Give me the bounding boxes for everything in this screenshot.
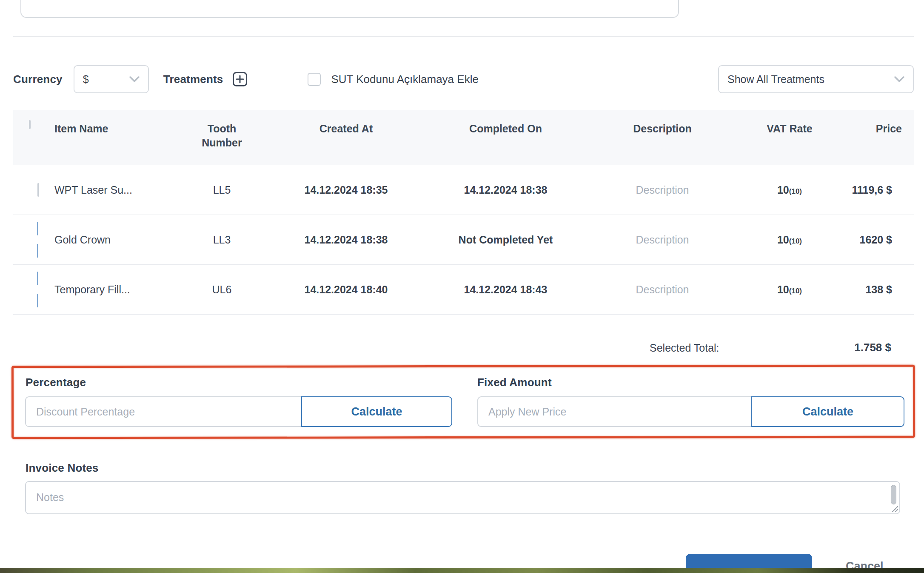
header-description: Description: [585, 110, 739, 165]
cell-description-input[interactable]: Description: [585, 284, 739, 296]
invoice-notes-label: Invoice Notes: [26, 461, 99, 475]
percentage-calculate-button[interactable]: Calculate: [301, 396, 452, 427]
table-row: Gold Crown LL3 14.12.2024 18:38 Not Comp…: [13, 215, 914, 265]
cell-created-at: 14.12.2024 18:40: [266, 284, 426, 296]
fixed-amount-group: Calculate: [477, 396, 904, 427]
cell-description-input[interactable]: Description: [585, 184, 739, 196]
cell-price: 1620 $: [840, 234, 914, 246]
fixed-amount-label: Fixed Amount: [477, 376, 552, 389]
show-all-treatments-select[interactable]: Show All Treatments: [718, 65, 914, 93]
invoice-modal: Currency $ Treatments SUT Kodunu Açıklam…: [0, 0, 924, 573]
cell-item-name: Temporary Fill...: [50, 284, 177, 296]
discount-percentage-input[interactable]: [25, 396, 302, 427]
cell-completed-on: 14.12.2024 18:43: [426, 284, 585, 296]
row-checkbox[interactable]: [37, 183, 39, 197]
notes-resize-handle[interactable]: [891, 505, 898, 512]
header-vat-rate: VAT Rate: [739, 110, 840, 165]
percentage-group: Calculate: [25, 396, 452, 427]
cell-vat-rate: 10(10): [739, 184, 840, 196]
percentage-label: Percentage: [26, 376, 86, 389]
selected-total-value: 1.758 $: [854, 341, 891, 354]
cell-tooth-number: UL6: [177, 284, 266, 296]
cell-item-name: Gold Crown: [50, 234, 177, 246]
invoice-notes-textarea[interactable]: Notes: [25, 481, 900, 514]
header-price: Price: [840, 110, 914, 165]
notes-placeholder: Notes: [36, 491, 64, 504]
apply-new-price-input[interactable]: [477, 396, 752, 427]
notes-scrollbar-thumb[interactable]: [891, 485, 896, 504]
invoice-toolbar: Currency $ Treatments SUT Kodunu Açıklam…: [13, 65, 914, 94]
show-all-treatments-value: Show All Treatments: [727, 73, 824, 86]
cell-completed-on: 14.12.2024 18:38: [426, 184, 585, 196]
chevron-down-icon: [894, 76, 904, 83]
fixed-calculate-button[interactable]: Calculate: [751, 396, 904, 427]
currency-label: Currency: [13, 73, 63, 86]
treatments-table: Item Name Tooth Number Created At Comple…: [13, 110, 914, 315]
currency-select[interactable]: $: [74, 65, 149, 93]
background-photo-strip: [0, 568, 924, 573]
table-row: Temporary Fill... UL6 14.12.2024 18:40 1…: [13, 265, 914, 315]
add-treatment-button[interactable]: [232, 71, 248, 87]
cell-vat-rate: 10(10): [739, 234, 840, 246]
cell-description-input[interactable]: Description: [585, 234, 739, 246]
cell-vat-rate: 10(10): [739, 284, 840, 296]
header-completed-on: Completed On: [426, 110, 585, 165]
row-checkbox[interactable]: [37, 222, 50, 258]
cell-completed-on: Not Completed Yet: [426, 234, 585, 246]
top-partial-card: [20, 0, 679, 18]
currency-select-value: $: [83, 73, 89, 86]
cell-item-name: WPT Laser Su...: [50, 184, 177, 196]
cell-tooth-number: LL5: [177, 184, 266, 196]
cell-created-at: 14.12.2024 18:35: [266, 184, 426, 196]
sut-checkbox-label: SUT Kodunu Açıklamaya Ekle: [331, 73, 479, 86]
chevron-down-icon: [129, 76, 140, 83]
selected-total-label: Selected Total:: [650, 342, 719, 354]
select-all-checkbox[interactable]: [29, 120, 31, 129]
cell-price: 1119,6 $: [840, 184, 914, 196]
header-tooth-number: Tooth Number: [177, 110, 266, 165]
cell-created-at: 14.12.2024 18:38: [266, 234, 426, 246]
treatments-label: Treatments: [163, 73, 223, 86]
cell-tooth-number: LL3: [177, 234, 266, 246]
cell-price: 138 $: [840, 284, 914, 296]
table-row: WPT Laser Su... LL5 14.12.2024 18:35 14.…: [13, 165, 914, 215]
plus-square-icon: [232, 72, 248, 87]
row-checkbox[interactable]: [37, 272, 50, 307]
header-item-name: Item Name: [50, 110, 177, 165]
section-divider: [13, 36, 914, 37]
table-header-row: Item Name Tooth Number Created At Comple…: [13, 110, 914, 165]
header-created-at: Created At: [266, 110, 426, 165]
sut-checkbox[interactable]: [308, 73, 321, 86]
